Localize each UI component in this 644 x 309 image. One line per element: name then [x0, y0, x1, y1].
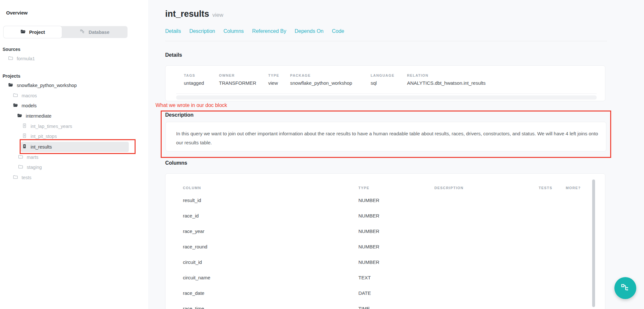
projects-header: Projects [3, 73, 20, 79]
column-header-type: TYPE [358, 186, 369, 190]
sidebar-item-int-pit-stops[interactable]: int_pit_stops [22, 131, 57, 141]
folder-open-icon [13, 102, 18, 109]
tab-description[interactable]: Description [189, 28, 215, 34]
field-label: RELATION [407, 73, 486, 77]
column-type: NUMBER [358, 244, 379, 249]
sidebar-item-models[interactable]: models [13, 101, 37, 111]
details-card-divider [176, 93, 597, 94]
field-package: PACKAGE snowflake_python_workshop [290, 73, 352, 86]
column-header-description: DESCRIPTION [434, 186, 464, 190]
table-row-circuit-id[interactable]: circuit_id NUMBER [166, 259, 591, 270]
field-label: TAGS [184, 73, 204, 77]
tab-depends-on[interactable]: Depends On [295, 28, 324, 34]
field-relation: RELATION ANALYTICS.dbt_hwatson.int_resul… [407, 73, 486, 86]
sidebar-item-intermediate[interactable]: intermediate [17, 111, 52, 121]
view-mode-toggle: Project Database [4, 26, 128, 38]
lineage-tree-icon [620, 283, 630, 294]
toggle-project-label: Project [29, 30, 45, 35]
tab-bar-divider [165, 41, 607, 41]
sidebar-item-label: int_lap_times_years [31, 124, 72, 129]
field-value: ANALYTICS.dbt_hwatson.int_results [407, 80, 486, 86]
field-label: PACKAGE [290, 73, 352, 77]
columns-card: COLUMN TYPE DESCRIPTION TESTS MORE? resu… [165, 173, 605, 309]
field-tags: TAGS untagged [184, 73, 204, 86]
sidebar-item-tests[interactable]: tests [13, 172, 32, 183]
details-card: TAGS untagged OWNER TRANSFORMER TYPE vie… [165, 65, 605, 101]
sidebar-item-formula1[interactable]: formula1 [8, 53, 35, 64]
table-row-race-round[interactable]: race_round NUMBER [166, 244, 591, 255]
toggle-project-button[interactable]: Project [4, 26, 62, 38]
dbt-docs-page: Overview Project Database Sources formul… [0, 0, 644, 309]
field-label: LANGUAGE [371, 73, 394, 77]
folder-open-icon [17, 113, 22, 119]
column-name: race_date [183, 290, 204, 296]
sidebar-item-staging[interactable]: staging [18, 162, 42, 172]
tab-referenced-by[interactable]: Referenced By [252, 28, 286, 34]
table-row-race-year[interactable]: race_year NUMBER [166, 228, 591, 239]
sidebar-item-label: intermediate [26, 113, 52, 119]
field-label: OWNER [219, 73, 256, 77]
field-value: sql [371, 80, 394, 86]
tab-code[interactable]: Code [332, 28, 344, 34]
model-type-label: view [213, 12, 223, 18]
column-type: DATE [358, 290, 371, 296]
field-value: view [268, 80, 279, 86]
tab-columns[interactable]: Columns [223, 28, 244, 34]
column-header-column: COLUMN [183, 186, 201, 190]
column-header-tests: TESTS [539, 186, 552, 190]
overview-heading: Overview [6, 10, 28, 15]
description-card: In this query we want to join out other … [166, 122, 606, 151]
folder-open-icon [8, 82, 13, 89]
column-type: NUMBER [358, 259, 379, 265]
toggle-database-button[interactable]: Database [62, 26, 128, 38]
column-type: NUMBER [358, 213, 379, 218]
tab-details[interactable]: Details [165, 28, 181, 34]
sidebar-item-label: models [22, 103, 37, 108]
folder-icon [18, 154, 23, 160]
field-language: LANGUAGE sql [371, 73, 394, 86]
sidebar-item-int-lap-times-years[interactable]: int_lap_times_years [22, 121, 72, 131]
folder-icon [20, 29, 26, 35]
details-horizontal-scrollbar[interactable] [176, 95, 597, 100]
table-row-race-id[interactable]: race_id NUMBER [166, 213, 591, 224]
page-title: int_results view [165, 9, 223, 19]
column-type: NUMBER [358, 228, 379, 234]
sidebar-item-label: staging [27, 165, 42, 170]
sidebar-item-int-results[interactable]: int_results [22, 142, 52, 152]
field-type: TYPE view [268, 73, 279, 86]
sources-header: Sources [3, 47, 20, 52]
tab-bar: Details Description Columns Referenced B… [165, 28, 344, 34]
column-header-more: MORE? [566, 186, 581, 190]
document-icon [22, 123, 27, 130]
column-type: TIME [358, 306, 370, 309]
sidebar-item-label: formula1 [17, 56, 35, 61]
document-filled-icon [22, 144, 27, 150]
sidebar-item-label: marts [27, 155, 38, 160]
field-value: TRANSFORMER [219, 80, 256, 86]
table-row-race-time[interactable]: race_time TIME [166, 306, 591, 309]
table-row-result-id[interactable]: result_id NUMBER [166, 198, 591, 208]
column-type: NUMBER [358, 198, 379, 203]
model-name: int_results [165, 9, 209, 19]
sidebar-item-macros[interactable]: macros [13, 91, 37, 101]
column-name: race_round [183, 244, 207, 249]
lineage-graph-button[interactable] [614, 277, 636, 299]
lineage-tree-icon [80, 29, 85, 35]
document-icon [22, 133, 27, 140]
description-body: In this query we want to join out other … [176, 129, 599, 147]
description-section-title: Description [165, 112, 194, 118]
sidebar-item-snowflake-python-workshop[interactable]: snowflake_python_workshop [8, 80, 77, 91]
column-name: race_time [183, 306, 204, 309]
table-row-circuit-name[interactable]: circuit_name TEXT [166, 275, 591, 286]
toggle-database-label: Database [89, 30, 109, 35]
sidebar-item-label: int_results [31, 144, 52, 150]
details-section-title: Details [165, 52, 182, 58]
table-row-race-date[interactable]: race_date DATE [166, 290, 591, 301]
folder-icon [8, 55, 13, 62]
field-owner: OWNER TRANSFORMER [219, 73, 256, 86]
sidebar-item-marts[interactable]: marts [18, 152, 38, 162]
sidebar-item-label: tests [22, 175, 32, 180]
columns-vertical-scrollbar[interactable] [592, 179, 595, 307]
column-name: circuit_id [183, 259, 202, 265]
folder-icon [18, 164, 23, 170]
